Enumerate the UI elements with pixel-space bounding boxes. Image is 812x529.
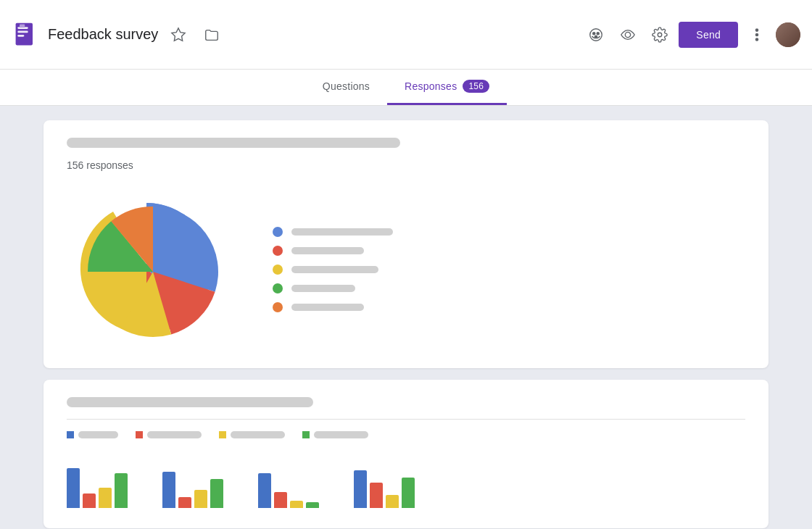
bar-chart-card — [44, 380, 768, 528]
svg-point-11 — [756, 29, 758, 31]
forms-icon — [12, 20, 41, 49]
svg-point-13 — [756, 38, 758, 41]
bar-legend-item — [219, 431, 285, 438]
main-content: 156 responses — [0, 106, 812, 529]
folder-button[interactable] — [199, 22, 225, 48]
svg-rect-2 — [17, 30, 28, 33]
legend-dot-red — [273, 246, 283, 256]
svg-point-5 — [590, 28, 602, 41]
more-button[interactable] — [744, 22, 770, 48]
palette-button[interactable] — [583, 22, 609, 48]
legend-square-blue — [67, 431, 74, 438]
pie-card-content — [67, 188, 745, 351]
header: Feedback survey — [0, 0, 812, 70]
bars-container — [67, 453, 745, 511]
tab-responses[interactable]: Responses 156 — [387, 70, 507, 105]
legend-label-bar — [291, 228, 393, 236]
bar-red — [178, 497, 191, 508]
legend-label-bar — [291, 247, 364, 254]
bar-green — [306, 502, 319, 508]
legend-square-green — [302, 431, 310, 438]
bar-yellow — [290, 501, 303, 508]
legend-item — [273, 246, 447, 256]
bar-group — [258, 473, 319, 508]
legend-label-bar — [291, 285, 355, 292]
legend-dot-green — [273, 283, 283, 293]
bar-divider — [67, 419, 745, 420]
bar-yellow — [194, 490, 207, 508]
avatar-image — [776, 22, 800, 47]
bar-green — [115, 473, 128, 508]
bar-chart-title-bar — [67, 397, 313, 407]
bar-yellow — [99, 488, 112, 508]
bar-blue — [67, 468, 80, 508]
header-left: Feedback survey — [12, 20, 583, 49]
star-button[interactable] — [165, 22, 191, 48]
svg-point-9 — [626, 32, 631, 37]
tabs: Questions Responses 156 — [0, 70, 812, 106]
svg-rect-4 — [20, 24, 25, 28]
bar-blue — [258, 473, 271, 508]
bar-legend-item — [302, 431, 368, 438]
send-button[interactable]: Send — [679, 22, 738, 48]
legend-label-bar — [291, 266, 378, 273]
bar-red — [370, 483, 383, 508]
legend-item — [273, 283, 447, 293]
legend-dot-orange — [273, 302, 283, 312]
legend-item — [273, 227, 447, 237]
response-count: 156 responses — [67, 159, 745, 171]
bar-legend-label — [78, 431, 118, 438]
question-title-bar — [67, 138, 400, 148]
settings-button[interactable] — [647, 22, 673, 48]
legend-dot-blue — [273, 227, 283, 237]
bar-red — [83, 493, 96, 508]
bar-blue — [162, 472, 175, 508]
svg-rect-3 — [17, 35, 24, 37]
legend-item — [273, 302, 447, 312]
svg-point-12 — [756, 33, 758, 36]
legend-item — [273, 264, 447, 275]
legend-label-bar — [291, 304, 364, 311]
bar-legend-label — [231, 431, 285, 438]
bar-legend-label — [314, 431, 368, 438]
svg-point-7 — [597, 32, 600, 34]
legend-square-yellow — [219, 431, 226, 438]
svg-point-10 — [658, 33, 663, 37]
bar-green — [210, 479, 223, 508]
svg-point-8 — [595, 36, 597, 38]
bar-chart-legend — [67, 431, 745, 438]
bar-green — [402, 478, 415, 508]
tab-questions[interactable]: Questions — [305, 70, 387, 105]
header-right: Send — [583, 22, 800, 48]
responses-badge: 156 — [463, 80, 489, 93]
bar-group — [162, 472, 223, 508]
bar-red — [274, 492, 287, 508]
svg-point-6 — [593, 32, 595, 34]
chart-legend — [273, 227, 447, 312]
bar-legend-item — [136, 431, 202, 438]
pie-chart-card: 156 responses — [44, 120, 768, 368]
bar-yellow — [386, 495, 399, 508]
bar-group — [354, 470, 415, 508]
bar-blue — [354, 470, 367, 508]
page-title: Feedback survey — [48, 26, 158, 43]
preview-button[interactable] — [615, 22, 641, 48]
pie-chart — [67, 188, 229, 351]
bar-group — [67, 468, 128, 508]
bar-legend-label — [147, 431, 202, 438]
legend-square-red — [136, 431, 143, 438]
avatar[interactable] — [776, 22, 800, 47]
bar-legend-item — [67, 431, 118, 438]
legend-dot-yellow — [273, 264, 283, 275]
